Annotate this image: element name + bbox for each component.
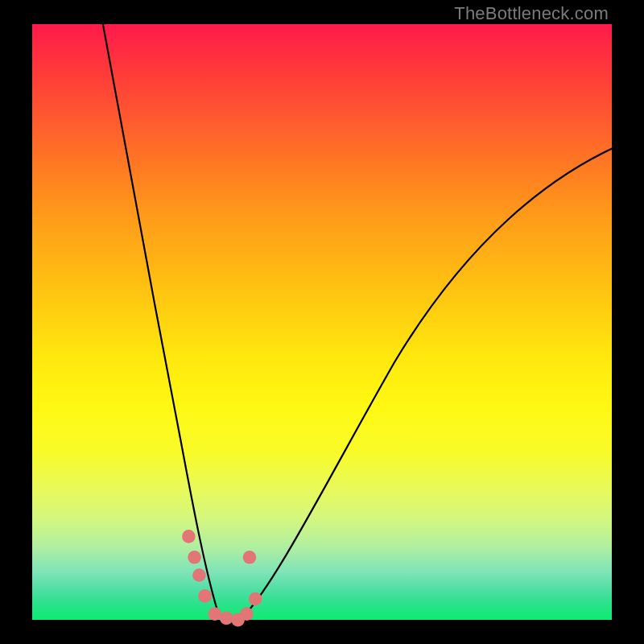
attribution-text: TheBottleneck.com (454, 3, 609, 24)
marker-dot (249, 592, 262, 606)
marker-dot (240, 607, 254, 621)
chart-frame: TheBottleneck.com (0, 0, 644, 644)
marker-dot (208, 607, 221, 621)
left-curve (101, 16, 219, 616)
marker-dot (182, 530, 196, 543)
curve-layer (32, 24, 612, 620)
marker-dot (188, 551, 201, 564)
marker-dot (220, 611, 233, 625)
marker-group (182, 530, 262, 626)
plot-area (32, 24, 612, 620)
marker-dot (192, 568, 206, 582)
marker-dot (243, 551, 257, 564)
right-curve (242, 145, 620, 618)
marker-dot (198, 589, 212, 603)
